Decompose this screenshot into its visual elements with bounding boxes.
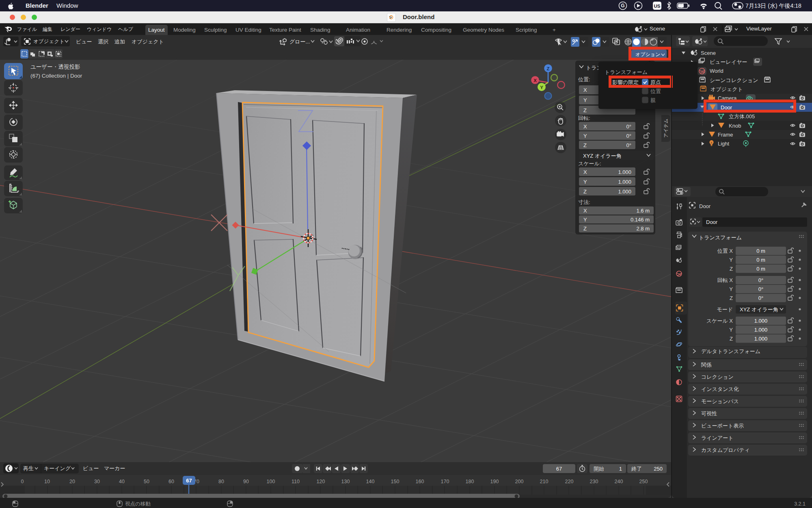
svg-text:Door: Door [721, 104, 732, 111]
svg-text:110: 110 [292, 479, 300, 484]
svg-text:Z: Z [583, 107, 587, 113]
svg-text:40: 40 [119, 479, 125, 484]
svg-text:0°: 0° [626, 142, 631, 148]
svg-text:XYZ オイラー角: XYZ オイラー角 [740, 306, 778, 313]
svg-text:立方体.005: 立方体.005 [729, 113, 755, 119]
svg-text:1.000: 1.000 [618, 179, 631, 185]
svg-text:X: X [583, 124, 587, 130]
svg-text:10: 10 [44, 479, 50, 484]
svg-text:Z: Z [583, 142, 587, 148]
svg-text:Z: Z [583, 189, 587, 195]
svg-text:Camera: Camera [718, 95, 737, 101]
svg-text:130: 130 [341, 479, 350, 484]
svg-text:0: 0 [21, 479, 24, 484]
svg-text:回転 X: 回転 X [717, 277, 733, 283]
svg-text:Frame: Frame [718, 132, 733, 138]
svg-text:G: G [621, 3, 624, 9]
svg-text:1.000: 1.000 [754, 336, 768, 342]
svg-text:Knob: Knob [729, 123, 741, 129]
svg-text:X: X [583, 87, 587, 93]
svg-text:Y: Y [729, 327, 733, 333]
svg-text:1.000: 1.000 [754, 327, 768, 333]
svg-text:1.6 m: 1.6 m [636, 208, 650, 214]
svg-text:インスタンス化: インスタンス化 [701, 386, 739, 392]
svg-text:1.000: 1.000 [618, 169, 631, 175]
svg-text:Y: Y [583, 97, 587, 103]
svg-text:X: X [533, 78, 537, 83]
svg-text:位置:: 位置: [578, 76, 590, 82]
svg-text:World: World [710, 68, 723, 74]
svg-text:原点: 原点 [650, 79, 661, 85]
svg-text:140: 140 [366, 479, 375, 484]
svg-text:影響の限定: 影響の限定 [612, 79, 639, 85]
svg-text:ラインアート: ラインアート [701, 435, 734, 441]
svg-text:位置 X: 位置 X [717, 248, 733, 254]
svg-text:カスタムプロパティ: カスタムプロパティ [701, 447, 750, 453]
svg-text:(67) Collection | Door: (67) Collection | Door [30, 73, 82, 79]
svg-text:開始: 開始 [594, 466, 604, 472]
svg-text:ユーザー・透視投影: ユーザー・透視投影 [30, 64, 80, 70]
svg-text:Y: Y [583, 217, 587, 223]
svg-text:250: 250 [639, 479, 648, 484]
svg-text:20: 20 [69, 479, 75, 484]
svg-text:240: 240 [615, 479, 623, 484]
svg-text:160: 160 [416, 479, 424, 484]
svg-text:0.146 m: 0.146 m [631, 217, 650, 223]
svg-text:親: 親 [650, 97, 656, 103]
svg-text:1.000: 1.000 [618, 189, 631, 195]
svg-text:可視性: 可視性 [701, 410, 717, 417]
svg-text:スケール X: スケール X [706, 318, 733, 324]
svg-text:2.8 m: 2.8 m [636, 226, 650, 232]
svg-text:67: 67 [186, 478, 192, 484]
svg-text:X: X [583, 208, 587, 214]
svg-text:0 m: 0 m [756, 248, 765, 254]
svg-text:Y: Y [583, 179, 587, 185]
svg-text:0°: 0° [626, 124, 631, 130]
svg-text:Z: Z [730, 336, 733, 342]
svg-text:スケール:: スケール: [578, 161, 601, 167]
svg-text:Z: Z [730, 266, 733, 272]
svg-text:67: 67 [556, 466, 562, 472]
svg-text:Z: Z [546, 66, 549, 71]
svg-text:1.000: 1.000 [754, 318, 768, 324]
svg-text:1: 1 [619, 466, 622, 472]
svg-text:ビューポート表示: ビューポート表示 [701, 423, 744, 429]
svg-text:30: 30 [94, 479, 100, 484]
svg-text:オブジェクト: オブジェクト [710, 86, 743, 92]
svg-text:0°: 0° [626, 133, 631, 139]
svg-text:トランスフォーム: トランスフォーム [699, 234, 742, 241]
svg-text:0 m: 0 m [756, 266, 765, 272]
svg-text:位置: 位置 [650, 88, 661, 94]
svg-text:再生: 再生 [23, 465, 34, 471]
svg-text:回転:: 回転: [578, 115, 590, 121]
svg-text:X: X [583, 169, 587, 175]
svg-text:0°: 0° [758, 286, 763, 292]
svg-text:0 m: 0 m [756, 257, 765, 263]
svg-text:寸法:: 寸法: [578, 199, 590, 205]
svg-text:終了: 終了 [631, 466, 642, 472]
svg-text:Door: Door [699, 203, 711, 209]
svg-text:トランスフォーム: トランスフォーム [605, 69, 648, 75]
svg-text:Y: Y [729, 257, 733, 263]
svg-text:0°: 0° [758, 277, 763, 283]
svg-text:170: 170 [441, 479, 449, 484]
svg-text:200: 200 [515, 479, 524, 484]
svg-text:Y: Y [729, 286, 733, 292]
svg-text:デルタトランスフォーム: デルタトランスフォーム [701, 348, 760, 354]
svg-text:60: 60 [168, 479, 174, 484]
svg-text:コレクション: コレクション [701, 374, 734, 380]
svg-text:ビューレイヤー: ビューレイヤー [710, 59, 747, 65]
svg-text:150: 150 [391, 479, 400, 484]
svg-text:220: 220 [565, 479, 574, 484]
svg-text:Y: Y [540, 85, 543, 90]
svg-text:シーンコレクション: シーンコレクション [710, 77, 758, 83]
svg-text:マーカー: マーカー [104, 465, 125, 471]
svg-text:Light: Light [718, 141, 730, 147]
svg-text:Scene: Scene [701, 50, 716, 56]
svg-text:90: 90 [243, 479, 249, 484]
svg-text:250: 250 [654, 466, 663, 472]
svg-text:US: US [654, 4, 661, 9]
svg-text:190: 190 [490, 479, 499, 484]
svg-text:XYZ オイラー角: XYZ オイラー角 [583, 153, 622, 159]
svg-text:180: 180 [466, 479, 474, 484]
